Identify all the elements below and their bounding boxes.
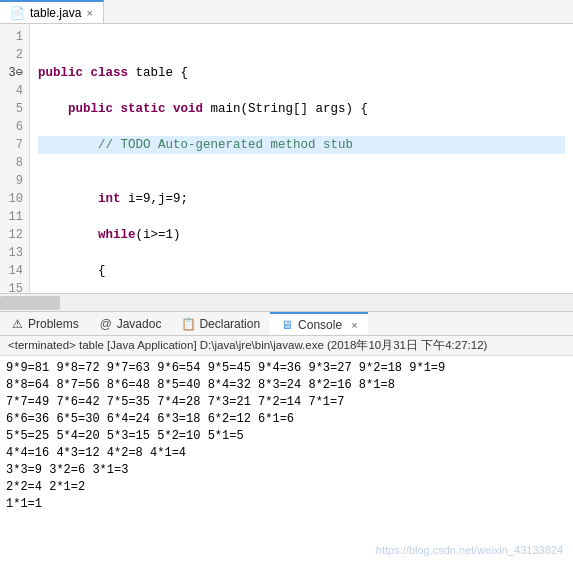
line-num: 11 — [6, 208, 23, 226]
console-header: <terminated> table [Java Application] D:… — [0, 336, 573, 356]
console-output: 9*9=81 9*8=72 9*7=63 9*6=54 9*5=45 9*4=3… — [0, 356, 573, 562]
editor-tab[interactable]: 📄 table.java × — [0, 0, 104, 23]
app-window: 📄 table.java × 1 2 3⊖ 4 5 6 7 8 9 10 11 … — [0, 0, 573, 564]
line-num: 15 — [6, 280, 23, 294]
line-num: 10 — [6, 190, 23, 208]
tab-filename: table.java — [30, 6, 81, 20]
line-num: 8 — [6, 154, 23, 172]
problems-icon: ⚠ — [10, 317, 24, 331]
line-num: 5 — [6, 100, 23, 118]
console-header-text: <terminated> table [Java Application] D:… — [8, 339, 487, 351]
declaration-icon: 📋 — [181, 317, 195, 331]
console-line: 7*7=49 7*6=42 7*5=35 7*4=28 7*3=21 7*2=1… — [6, 394, 567, 411]
console-line: 8*8=64 8*7=56 8*6=48 8*5=40 8*4=32 8*3=2… — [6, 377, 567, 394]
tab-console[interactable]: 🖥 Console × — [270, 312, 367, 335]
line-num: 12 — [6, 226, 23, 244]
console-icon: 🖥 — [280, 318, 294, 332]
tab-problems-label: Problems — [28, 317, 79, 331]
console-line: 9*9=81 9*8=72 9*7=63 9*6=54 9*5=45 9*4=3… — [6, 360, 567, 377]
tab-close-icon[interactable]: × — [86, 7, 92, 19]
scroll-thumb[interactable] — [0, 296, 60, 310]
console-line: 2*2=4 2*1=2 — [6, 479, 567, 496]
line-num: 2 — [6, 46, 23, 64]
code-line: while(i>=1) — [38, 226, 565, 244]
file-icon: 📄 — [10, 6, 25, 20]
tab-problems[interactable]: ⚠ Problems — [0, 312, 89, 335]
tab-declaration-label: Declaration — [199, 317, 260, 331]
watermark: https://blog.csdn.net/weixin_43133824 — [376, 544, 563, 556]
code-lines[interactable]: public class table { public static void … — [30, 24, 573, 293]
horizontal-scrollbar[interactable] — [0, 294, 573, 312]
line-num: 9 — [6, 172, 23, 190]
tab-javadoc[interactable]: @ Javadoc — [89, 312, 172, 335]
console-line: 6*6=36 6*5=30 6*4=24 6*3=18 6*2=12 6*1=6 — [6, 411, 567, 428]
line-num: 6 — [6, 118, 23, 136]
line-num: 1 — [6, 28, 23, 46]
tab-javadoc-label: Javadoc — [117, 317, 162, 331]
panel-tab-bar: ⚠ Problems @ Javadoc 📋 Declaration 🖥 Con… — [0, 312, 573, 336]
code-editor: 1 2 3⊖ 4 5 6 7 8 9 10 11 12 13 14 15 16 … — [0, 24, 573, 294]
console-close-icon[interactable]: × — [351, 319, 357, 331]
console-line: 4*4=16 4*3=12 4*2=8 4*1=4 — [6, 445, 567, 462]
line-num: 7 — [6, 136, 23, 154]
console-line: 1*1=1 — [6, 496, 567, 513]
line-num: 14 — [6, 262, 23, 280]
editor-tab-bar: 📄 table.java × — [0, 0, 573, 24]
tab-console-label: Console — [298, 318, 342, 332]
code-line: public class table { — [38, 64, 565, 82]
javadoc-icon: @ — [99, 317, 113, 331]
code-line: public static void main(String[] args) { — [38, 100, 565, 118]
code-line: int i=9,j=9; — [38, 190, 565, 208]
line-num: 13 — [6, 244, 23, 262]
code-line: { — [38, 262, 565, 280]
console-line: 5*5=25 5*4=20 5*3=15 5*2=10 5*1=5 — [6, 428, 567, 445]
code-line: // TODO Auto-generated method stub — [38, 136, 565, 154]
tab-declaration[interactable]: 📋 Declaration — [171, 312, 270, 335]
line-num: 4 — [6, 82, 23, 100]
line-numbers: 1 2 3⊖ 4 5 6 7 8 9 10 11 12 13 14 15 16 … — [0, 24, 30, 293]
line-num: 3⊖ — [6, 64, 23, 82]
console-line: 3*3=9 3*2=6 3*1=3 — [6, 462, 567, 479]
